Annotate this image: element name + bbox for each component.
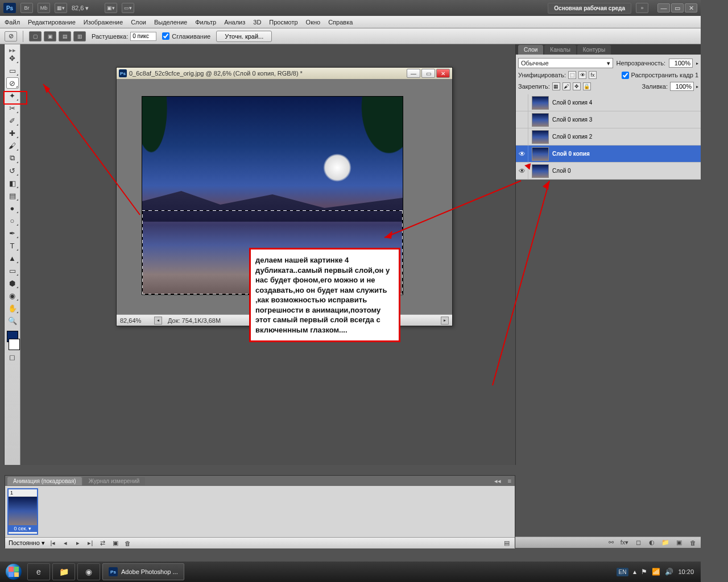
shape-tool[interactable]: ▭ — [6, 265, 19, 276]
3d-camera-tool[interactable]: ◉ — [6, 290, 19, 301]
layer-thumbnail[interactable] — [532, 96, 549, 110]
layer-name[interactable]: Слой 0 копия 3 — [552, 117, 592, 123]
lock-position-icon[interactable]: ✥ — [573, 82, 581, 90]
path-select-tool[interactable]: ▲ — [6, 252, 19, 264]
blur-tool[interactable]: ● — [6, 202, 19, 214]
link-layers-icon[interactable]: ⚯ — [606, 539, 615, 547]
layer-visibility-toggle[interactable]: 👁 — [516, 146, 528, 162]
layer-name[interactable]: Слой 0 — [552, 168, 571, 174]
layer-thumbnail[interactable] — [532, 113, 549, 127]
menu-layer[interactable]: Слои — [131, 19, 146, 26]
layer-mask-icon[interactable]: ◻ — [634, 539, 643, 547]
tab-layers[interactable]: Слои — [518, 45, 543, 55]
brush-tool[interactable]: 🖌 — [6, 140, 19, 151]
delete-layer-icon[interactable]: 🗑 — [688, 539, 697, 547]
layer-visibility-toggle[interactable] — [516, 111, 528, 128]
pen-tool[interactable]: ✒ — [6, 227, 19, 239]
lock-transparency-icon[interactable]: ▦ — [552, 82, 560, 90]
history-brush-tool[interactable]: ↺ — [6, 165, 19, 176]
tray-clock[interactable]: 10:20 — [678, 568, 694, 575]
zoom-level[interactable]: 82,6 ▾ — [72, 5, 100, 12]
3d-tool[interactable]: ⬢ — [6, 277, 19, 289]
first-frame-button[interactable]: |◂ — [48, 539, 57, 547]
panel-menu-icon[interactable]: ≡ — [504, 477, 515, 484]
unify-visibility-icon[interactable]: 👁 — [578, 71, 586, 79]
unify-style-icon[interactable]: fx — [589, 71, 597, 79]
frame-delay[interactable]: 0 сек. ▾ — [9, 525, 37, 532]
hand-tool[interactable]: ✋ — [6, 302, 19, 314]
workspace-expand-button[interactable]: » — [636, 3, 648, 13]
maximize-button[interactable]: ▭ — [671, 3, 684, 13]
minimize-button[interactable]: — — [657, 3, 670, 13]
doc-close-button[interactable]: ✕ — [436, 69, 450, 78]
tab-paths[interactable]: Контуры — [577, 45, 611, 55]
doc-minimize-button[interactable]: — — [407, 69, 420, 78]
scroll-right-icon[interactable]: ▸ — [441, 317, 449, 325]
eraser-tool[interactable]: ◧ — [6, 177, 19, 189]
tray-volume-icon[interactable]: 🔊 — [665, 568, 673, 576]
doc-maximize-button[interactable]: ▭ — [421, 69, 435, 78]
tab-channels[interactable]: Каналы — [544, 45, 576, 55]
layer-name[interactable]: Слой 0 копия — [552, 151, 590, 157]
view-extras-button[interactable]: ▦▾ — [55, 3, 67, 13]
lock-all-icon[interactable]: 🔒 — [583, 82, 591, 90]
selection-new-button[interactable]: ▢ — [29, 31, 42, 41]
menu-analysis[interactable]: Анализ — [224, 19, 245, 26]
taskbar-chrome-icon[interactable]: ◉ — [77, 563, 100, 580]
convert-timeline-button[interactable]: ▤ — [502, 539, 511, 547]
bridge-button[interactable]: Br — [20, 3, 33, 13]
menu-image[interactable]: Изображение — [84, 19, 123, 26]
selection-intersect-button[interactable]: ▥ — [73, 31, 86, 41]
adjustment-layer-icon[interactable]: ◐ — [647, 539, 656, 547]
layer-row[interactable]: 👁 Слой 0 копия — [516, 146, 701, 163]
duplicate-frame-button[interactable]: ▣ — [111, 539, 120, 547]
menu-window[interactable]: Окно — [306, 19, 321, 26]
play-button[interactable]: ▸ — [73, 539, 82, 547]
prev-frame-button[interactable]: ◂ — [61, 539, 70, 547]
menu-view[interactable]: Просмотр — [269, 19, 297, 26]
tab-animation[interactable]: Анимация (покадровая) — [7, 477, 82, 485]
start-button[interactable] — [2, 563, 25, 581]
menu-help[interactable]: Справка — [328, 19, 353, 26]
opacity-input[interactable] — [669, 59, 693, 68]
tween-button[interactable]: ⇄ — [98, 539, 107, 547]
refine-edge-button[interactable]: Уточн. край... — [216, 31, 272, 42]
document-titlebar[interactable]: Ps 0_6c8af_52c9cfce_orig.jpg @ 82,6% (Сл… — [117, 68, 452, 79]
loop-select[interactable]: Постоянно ▾ — [9, 539, 45, 547]
dodge-tool[interactable]: ○ — [6, 215, 19, 226]
layer-visibility-toggle[interactable] — [516, 94, 528, 111]
tray-flag-icon[interactable]: ⚑ — [641, 568, 647, 576]
collapsed-panel-strip[interactable] — [0, 44, 5, 465]
arrange-documents-button[interactable]: ▣▾ — [105, 3, 117, 13]
layer-row[interactable]: Слой 0 копия 2 — [516, 128, 701, 146]
layer-row[interactable]: Слой 0 копия 3 — [516, 111, 701, 128]
quickmask-toggle[interactable]: ◻ — [6, 351, 19, 363]
taskbar-explorer-icon[interactable]: 📁 — [52, 563, 75, 580]
new-layer-icon[interactable]: ▣ — [675, 539, 684, 547]
healing-tool[interactable]: ✚ — [6, 127, 19, 139]
selection-add-button[interactable]: ▣ — [44, 31, 56, 41]
animation-frame[interactable]: 1 0 сек. ▾ — [7, 488, 38, 535]
layer-row[interactable]: Слой 0 копия 4 — [516, 94, 701, 111]
taskbar-ie-icon[interactable]: e — [27, 563, 50, 580]
layer-name[interactable]: Слой 0 копия 4 — [552, 99, 592, 106]
tab-measurement-log[interactable]: Журнал измерений — [83, 477, 146, 485]
marquee-tool[interactable]: ▭ — [6, 65, 19, 76]
menu-edit[interactable]: Редактирование — [28, 19, 76, 26]
gradient-tool[interactable]: ▤ — [6, 190, 19, 201]
close-button[interactable]: ✕ — [685, 3, 697, 13]
layer-thumbnail[interactable] — [532, 147, 549, 161]
workspace-switcher[interactable]: Основная рабочая среда — [548, 3, 631, 14]
minibridge-button[interactable]: Mb — [38, 3, 50, 13]
menu-3d[interactable]: 3D — [253, 19, 261, 26]
menu-file[interactable]: Файл — [5, 19, 20, 26]
next-frame-button[interactable]: ▸| — [86, 539, 95, 547]
layer-visibility-toggle[interactable] — [516, 128, 528, 145]
unify-position-icon[interactable]: ⬚ — [568, 71, 576, 79]
zoom-tool[interactable]: 🔍 — [6, 315, 19, 326]
eyedropper-tool[interactable]: ✐ — [6, 115, 19, 126]
layer-thumbnail[interactable] — [532, 130, 549, 144]
layer-name[interactable]: Слой 0 копия 2 — [552, 134, 592, 140]
layer-style-icon[interactable]: fx▾ — [620, 539, 629, 547]
language-indicator[interactable]: EN — [617, 568, 629, 576]
